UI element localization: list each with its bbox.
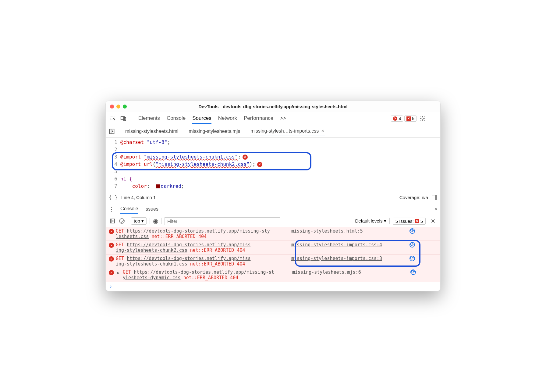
- pretty-print-icon[interactable]: { }: [109, 194, 118, 200]
- log-message: GET https://devtools-dbg-stories.netlify…: [116, 256, 289, 267]
- source-link[interactable]: missing-stylesheets-imports.css:4: [291, 242, 382, 248]
- log-message: GET https://devtools-dbg-stories.netlify…: [123, 269, 290, 280]
- device-toolbar-icon[interactable]: [119, 114, 128, 123]
- drawer-menu-icon[interactable]: ⋮: [109, 206, 114, 212]
- expand-icon[interactable]: ▶: [116, 270, 121, 275]
- replay-xhr-icon[interactable]: [410, 269, 416, 275]
- console-error-row[interactable]: ✕ GET https://devtools-dbg-stories.netli…: [106, 241, 440, 255]
- inspect-element-icon[interactable]: [109, 114, 117, 123]
- console-error-row[interactable]: ✕ GET https://devtools-dbg-stories.netli…: [106, 255, 440, 268]
- error-icon: ✕: [109, 256, 114, 262]
- line-gutter: 1 2 3 4 5 6 7: [106, 139, 120, 190]
- replay-xhr-icon[interactable]: [410, 256, 415, 261]
- window-title: DevTools - devtools-dbg-stories.netlify.…: [106, 104, 440, 109]
- main-toolbar: Elements Console Sources Network Perform…: [106, 112, 440, 125]
- tab-network[interactable]: Network: [218, 113, 237, 124]
- source-link[interactable]: missing-stylesheets.html:5: [291, 228, 363, 234]
- coverage-status: Coverage: n/a: [399, 195, 428, 200]
- error-marker-icon[interactable]: ✕: [257, 162, 262, 167]
- console-error-row[interactable]: ✕ GET https://devtools-dbg-stories.netli…: [106, 227, 440, 241]
- error-marker-icon[interactable]: ✕: [243, 155, 248, 160]
- error-icon: ✕: [109, 229, 114, 234]
- drawer-tab-issues[interactable]: Issues: [144, 205, 158, 214]
- svg-rect-2: [124, 117, 126, 120]
- live-expression-icon[interactable]: ◉: [153, 217, 158, 225]
- devtools-window: DevTools - devtools-dbg-stories.netlify.…: [105, 101, 441, 291]
- panel-tabs: Elements Console Sources Network Perform…: [138, 113, 286, 124]
- tab-sources[interactable]: Sources: [192, 113, 211, 124]
- log-url-link[interactable]: lesheets.css: [116, 234, 149, 239]
- source-link[interactable]: missing-stylesheets-imports.css:3: [291, 256, 382, 261]
- error-badges: ✕4 ✕5: [391, 116, 417, 122]
- log-url-link[interactable]: https://devtools-dbg-stories.netlify.app…: [127, 228, 270, 234]
- kebab-menu-icon[interactable]: ⋮: [429, 114, 437, 123]
- file-tab-mjs[interactable]: missing-stylesheets.mjs: [188, 127, 241, 136]
- console-filter-input[interactable]: [165, 217, 280, 225]
- log-url-link[interactable]: ing-stylesheets-chukn1.css: [116, 261, 187, 267]
- log-url-link[interactable]: ylesheets-dynamic.css: [123, 275, 181, 280]
- color-swatch[interactable]: [156, 184, 160, 188]
- issues-badge[interactable]: ✕5: [404, 116, 417, 122]
- log-url-link[interactable]: ing-stylesheets-chunk2.css: [116, 248, 187, 253]
- log-message: GET https://devtools-dbg-stories.netlify…: [116, 228, 289, 239]
- console-messages: ✕ GET https://devtools-dbg-stories.netli…: [106, 227, 440, 291]
- drawer-tabs: ⋮ Console Issues ×: [106, 203, 440, 215]
- log-levels-select[interactable]: Default levels ▾: [355, 218, 386, 224]
- tab-console[interactable]: Console: [167, 113, 186, 124]
- file-tabs: missing-stylesheets.html missing-stylesh…: [106, 125, 440, 137]
- log-message: GET https://devtools-dbg-stories.netlify…: [116, 242, 289, 253]
- tab-performance[interactable]: Performance: [244, 113, 273, 124]
- console-settings-icon[interactable]: [429, 217, 437, 225]
- console-toolbar: top ▾ ◉ Default levels ▾ 5 Issues: ✕ 5: [106, 215, 440, 227]
- settings-icon[interactable]: [418, 114, 427, 123]
- error-icon: ✕: [393, 116, 397, 121]
- console-sidebar-toggle-icon[interactable]: [109, 218, 116, 224]
- clear-console-icon[interactable]: [119, 218, 125, 224]
- sidebar-toggle-icon[interactable]: [432, 195, 437, 200]
- execution-context-select[interactable]: top ▾: [131, 217, 147, 225]
- issues-counter-button[interactable]: 5 Issues: ✕ 5: [393, 218, 426, 225]
- file-tab-html[interactable]: missing-stylesheets.html: [125, 127, 179, 136]
- editor-status-bar: { } Line 4, Column 1 Coverage: n/a: [106, 192, 440, 203]
- svg-point-3: [422, 118, 424, 119]
- error-icon: ✕: [109, 270, 114, 275]
- drawer-tab-console[interactable]: Console: [120, 204, 138, 214]
- console-prompt[interactable]: ›: [106, 282, 440, 291]
- replay-xhr-icon[interactable]: [410, 242, 415, 248]
- source-link[interactable]: missing-stylesheets.mjs:6: [292, 269, 361, 275]
- navigator-toggle-icon[interactable]: [108, 128, 115, 134]
- cursor-position: Line 4, Column 1: [121, 195, 156, 200]
- titlebar: DevTools - devtools-dbg-stories.netlify.…: [106, 101, 440, 112]
- issue-icon: ✕: [406, 116, 411, 121]
- issue-icon: ✕: [415, 219, 419, 223]
- errors-badge[interactable]: ✕4: [391, 116, 403, 122]
- log-url-link[interactable]: https://devtools-dbg-stories.netlify.app…: [134, 269, 274, 275]
- replay-xhr-icon[interactable]: [410, 228, 415, 234]
- console-error-row[interactable]: ✕ ▶ GET https://devtools-dbg-stories.net…: [106, 268, 440, 282]
- source-editor[interactable]: 1 2 3 4 5 6 7 @charset "utf-8"; @import …: [106, 137, 440, 192]
- close-drawer-icon[interactable]: ×: [434, 206, 437, 212]
- divider: [131, 115, 131, 122]
- tab-overflow[interactable]: >>: [280, 113, 286, 124]
- tab-elements[interactable]: Elements: [138, 113, 160, 124]
- file-tab-css[interactable]: missing-stylesh…ts-imports.css ×: [250, 127, 324, 136]
- error-icon: ✕: [109, 243, 114, 248]
- close-tab-icon[interactable]: ×: [321, 128, 324, 134]
- log-url-link[interactable]: https://devtools-dbg-stories.netlify.app…: [127, 256, 250, 261]
- svg-point-6: [432, 220, 434, 222]
- code-content[interactable]: @charset "utf-8"; @import "missing-style…: [120, 139, 440, 190]
- log-url-link[interactable]: https://devtools-dbg-stories.netlify.app…: [127, 242, 250, 248]
